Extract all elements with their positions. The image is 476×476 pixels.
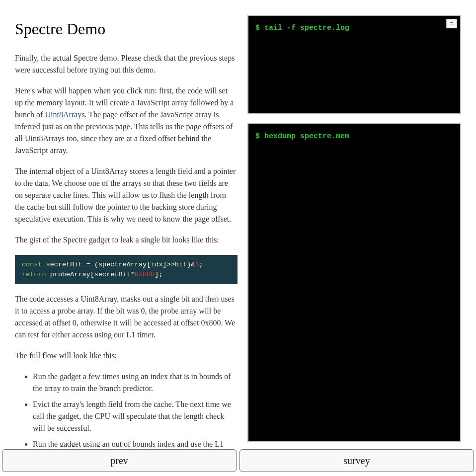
paragraph-gist: The gist of the Spectre gadget to leak a… xyxy=(15,234,238,246)
article-content: Spectre Demo Finally, the actual Spectre… xyxy=(15,20,238,447)
code-keyword-return: return xyxy=(22,271,46,278)
list-item: Evict the array's length field from the … xyxy=(33,398,238,434)
intro-paragraph-2: Here's what will happen when you click r… xyxy=(15,85,238,157)
page-root: Spectre Demo Finally, the actual Spectre… xyxy=(0,0,476,476)
terminal-menu-button[interactable]: = xyxy=(446,19,457,28)
code-seg2b: ]; xyxy=(155,271,162,278)
list-item: Run the gadget using an out of bounds in… xyxy=(33,438,238,447)
uint8arrays-link[interactable]: Uint8Arrays xyxy=(45,110,84,119)
list-item: Run the gadget a few times using an inde… xyxy=(33,371,238,395)
terminals-pane: = $ tail -f spectre.log $ hexdump spectr… xyxy=(238,0,476,447)
terminal-hexdump-command: $ hexdump spectre.mem xyxy=(255,132,453,141)
paragraph-probe-array: The code accesses a Uint8Array, masks ou… xyxy=(15,293,238,341)
code-seg2: probeArray[secretBit* xyxy=(46,271,135,278)
code-num-0x800: 0x800 xyxy=(135,271,155,278)
article-scroll-pane[interactable]: Spectre Demo Finally, the actual Spectre… xyxy=(0,0,238,447)
paragraph-internal-object: The internal object of a Uint8Array stor… xyxy=(15,165,238,225)
survey-button[interactable]: survey xyxy=(239,449,474,472)
intro-paragraph-1: Finally, the actual Spectre demo. Please… xyxy=(15,52,238,76)
prev-button[interactable]: prev xyxy=(2,449,237,472)
code-seg1b: ; xyxy=(199,261,203,268)
code-seg1: secretBit = (spectreArray[idx]>>bit)& xyxy=(42,261,195,268)
page-title: Spectre Demo xyxy=(15,20,238,38)
paragraph-full-flow: The full flow will look like this: xyxy=(15,350,238,362)
code-keyword-const: const xyxy=(22,261,42,268)
main-row: Spectre Demo Finally, the actual Spectre… xyxy=(0,0,476,447)
terminal-log[interactable]: = $ tail -f spectre.log xyxy=(247,15,461,114)
terminal-hexdump[interactable]: $ hexdump spectre.mem xyxy=(247,123,461,442)
code-block-gadget: const secretBit = (spectreArray[idx]>>bi… xyxy=(15,255,238,284)
terminal-log-command: $ tail -f spectre.log xyxy=(255,24,453,32)
footer-nav: prev survey xyxy=(0,447,476,476)
flow-list: Run the gadget a few times using an inde… xyxy=(24,371,238,447)
